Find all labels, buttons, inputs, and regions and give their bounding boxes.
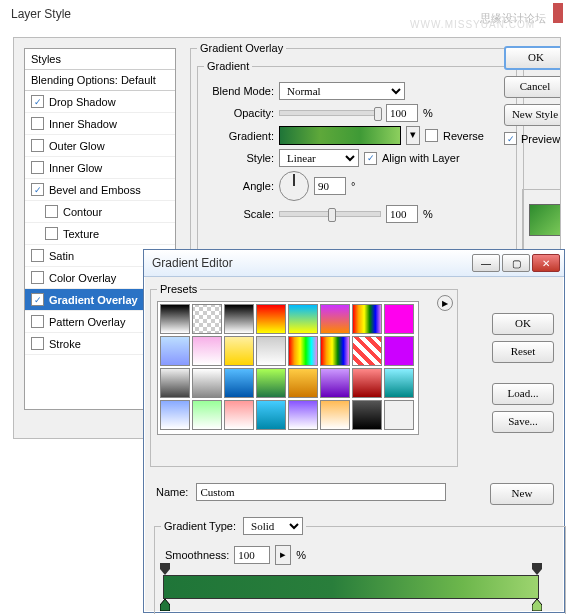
checkbox[interactable] xyxy=(31,95,44,108)
preset-swatch[interactable] xyxy=(192,368,222,398)
preset-swatch[interactable] xyxy=(256,304,286,334)
preset-swatch[interactable] xyxy=(224,336,254,366)
smooth-dropdown[interactable]: ▸ xyxy=(275,545,291,565)
styles-header[interactable]: Styles xyxy=(25,49,175,70)
close-icon[interactable] xyxy=(553,3,563,23)
preset-swatch[interactable] xyxy=(288,304,318,334)
preset-swatch[interactable] xyxy=(320,368,350,398)
ge-load-button[interactable]: Load... xyxy=(492,383,554,405)
scale-label: Scale: xyxy=(204,208,274,220)
style-label: Texture xyxy=(63,228,99,240)
preset-swatch[interactable] xyxy=(224,368,254,398)
preset-swatch[interactable] xyxy=(320,336,350,366)
go-legend: Gradient Overlay xyxy=(197,42,286,54)
checkbox[interactable] xyxy=(31,139,44,152)
preset-swatch[interactable] xyxy=(320,304,350,334)
close-icon[interactable]: ✕ xyxy=(532,254,560,272)
preset-swatch[interactable] xyxy=(352,336,382,366)
checkbox[interactable] xyxy=(31,315,44,328)
ge-reset-button[interactable]: Reset xyxy=(492,341,554,363)
checkbox[interactable] xyxy=(31,293,44,306)
style-label: Drop Shadow xyxy=(49,96,116,108)
blend-mode-select[interactable]: Normal xyxy=(279,82,405,100)
gradient-editor-window: Gradient Editor — ▢ ✕ Presets ▶ OK Reset… xyxy=(143,249,565,613)
preset-swatch[interactable] xyxy=(384,336,414,366)
preset-swatch[interactable] xyxy=(288,368,318,398)
cancel-button[interactable]: Cancel xyxy=(504,76,561,98)
preset-swatch[interactable] xyxy=(352,304,382,334)
ge-buttons: OK Reset Load... Save... xyxy=(492,313,554,439)
blending-options[interactable]: Blending Options: Default xyxy=(25,70,175,91)
minimize-icon[interactable]: — xyxy=(472,254,500,272)
checkbox[interactable] xyxy=(31,183,44,196)
align-checkbox[interactable] xyxy=(364,152,377,165)
checkbox[interactable] xyxy=(31,161,44,174)
preset-swatch[interactable] xyxy=(160,336,190,366)
gradient-bar[interactable] xyxy=(163,575,539,599)
preset-swatch[interactable] xyxy=(288,336,318,366)
preset-swatch[interactable] xyxy=(352,400,382,430)
angle-dial[interactable] xyxy=(279,171,309,201)
gradient-dropdown[interactable]: ▾ xyxy=(406,126,420,145)
opacity-stop-right[interactable] xyxy=(532,563,542,575)
gradient-subgroup: Gradient Blend Mode: Normal Opacity: % G… xyxy=(197,60,517,268)
scale-input[interactable] xyxy=(386,205,418,223)
color-stop-right[interactable] xyxy=(532,599,542,611)
new-style-button[interactable]: New Style xyxy=(504,104,561,126)
name-input[interactable] xyxy=(196,483,446,501)
preset-swatch[interactable] xyxy=(256,400,286,430)
pct-label: % xyxy=(423,208,433,220)
style-inner-glow[interactable]: Inner Glow xyxy=(25,157,175,179)
style-label: Satin xyxy=(49,250,74,262)
preset-swatch[interactable] xyxy=(224,400,254,430)
checkbox[interactable] xyxy=(31,117,44,130)
preset-swatch[interactable] xyxy=(352,368,382,398)
preset-swatch[interactable] xyxy=(192,304,222,334)
ge-save-button[interactable]: Save... xyxy=(492,411,554,433)
preset-swatch[interactable] xyxy=(256,368,286,398)
color-stop-left[interactable] xyxy=(160,599,170,611)
ok-button[interactable]: OK xyxy=(504,46,561,70)
style-select[interactable]: Linear xyxy=(279,149,359,167)
style-contour[interactable]: Contour xyxy=(25,201,175,223)
preset-swatch[interactable] xyxy=(288,400,318,430)
style-bevel-and-emboss[interactable]: Bevel and Emboss xyxy=(25,179,175,201)
smooth-input[interactable] xyxy=(234,546,270,564)
opacity-slider[interactable] xyxy=(279,110,381,116)
pct-label: % xyxy=(423,107,433,119)
ge-new-button[interactable]: New xyxy=(490,483,554,505)
checkbox[interactable] xyxy=(45,227,58,240)
preset-swatch[interactable] xyxy=(160,400,190,430)
opacity-stop-left[interactable] xyxy=(160,563,170,575)
preset-swatch[interactable] xyxy=(160,368,190,398)
preset-swatch[interactable] xyxy=(192,400,222,430)
preset-swatch[interactable] xyxy=(192,336,222,366)
style-inner-shadow[interactable]: Inner Shadow xyxy=(25,113,175,135)
scale-slider[interactable] xyxy=(279,211,381,217)
reverse-checkbox[interactable] xyxy=(425,129,438,142)
preset-swatch[interactable] xyxy=(224,304,254,334)
style-outer-glow[interactable]: Outer Glow xyxy=(25,135,175,157)
gradient-sublegend: Gradient xyxy=(204,60,252,72)
gradient-swatch[interactable] xyxy=(279,126,401,145)
checkbox[interactable] xyxy=(31,337,44,350)
checkbox[interactable] xyxy=(31,271,44,284)
preset-swatch[interactable] xyxy=(384,304,414,334)
style-drop-shadow[interactable]: Drop Shadow xyxy=(25,91,175,113)
style-texture[interactable]: Texture xyxy=(25,223,175,245)
preview-checkbox[interactable] xyxy=(504,132,517,145)
preset-swatch[interactable] xyxy=(384,368,414,398)
maximize-icon[interactable]: ▢ xyxy=(502,254,530,272)
preset-swatch[interactable] xyxy=(320,400,350,430)
opacity-input[interactable] xyxy=(386,104,418,122)
ge-ok-button[interactable]: OK xyxy=(492,313,554,335)
preset-swatch[interactable] xyxy=(384,400,414,430)
type-select[interactable]: Solid xyxy=(243,517,303,535)
ge-titlebar[interactable]: Gradient Editor — ▢ ✕ xyxy=(144,250,564,277)
angle-input[interactable] xyxy=(314,177,346,195)
checkbox[interactable] xyxy=(45,205,58,218)
presets-menu-icon[interactable]: ▶ xyxy=(437,295,453,311)
preset-swatch[interactable] xyxy=(256,336,286,366)
checkbox[interactable] xyxy=(31,249,44,262)
preset-swatch[interactable] xyxy=(160,304,190,334)
